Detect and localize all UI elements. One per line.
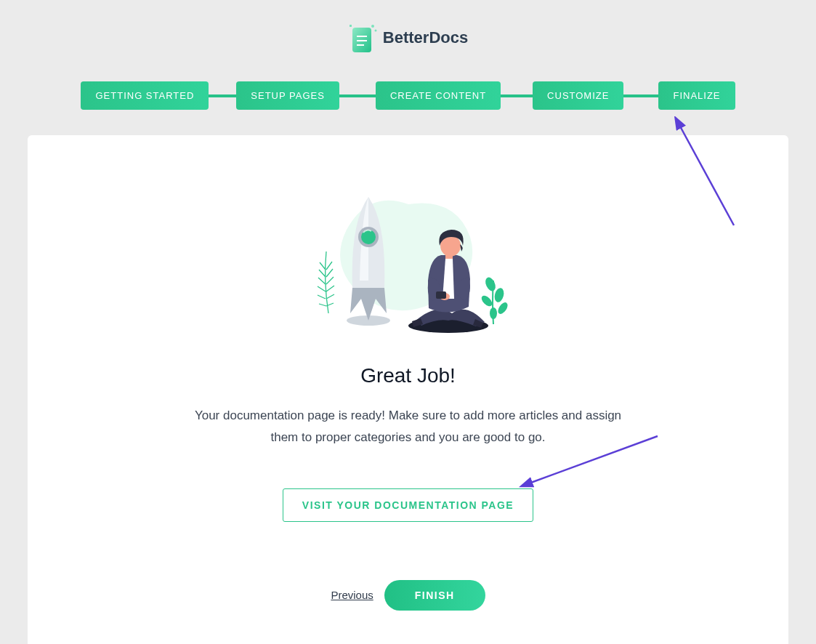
step-finalize[interactable]: FINALIZE xyxy=(658,81,735,110)
step-getting-started[interactable]: GETTING STARTED xyxy=(81,81,209,110)
finish-button[interactable]: FINISH xyxy=(384,580,485,611)
success-illustration xyxy=(57,179,759,335)
svg-rect-17 xyxy=(436,291,446,299)
brand-logo: BetterDocs xyxy=(0,22,816,60)
brand-name: BetterDocs xyxy=(383,28,468,47)
svg-point-5 xyxy=(374,30,376,32)
svg-rect-6 xyxy=(350,25,352,27)
svg-point-10 xyxy=(483,275,497,292)
svg-point-12 xyxy=(480,294,494,308)
betterdocs-logo-icon xyxy=(348,22,376,54)
success-subtitle: Your documentation page is ready! Make s… xyxy=(190,405,626,448)
svg-point-4 xyxy=(371,25,374,28)
svg-point-11 xyxy=(493,287,505,303)
previous-link[interactable]: Previous xyxy=(331,589,373,601)
visit-documentation-button[interactable]: VISIT YOUR DOCUMENTATION PAGE xyxy=(283,488,533,522)
svg-point-13 xyxy=(496,301,509,315)
step-setup-pages[interactable]: SETUP PAGES xyxy=(236,81,339,110)
step-customize[interactable]: CUSTOMIZE xyxy=(533,81,623,110)
step-create-content[interactable]: CREATE CONTENT xyxy=(376,81,501,110)
success-title: Great Job! xyxy=(57,364,759,387)
wizard-card: Great Job! Your documentation page is re… xyxy=(28,135,788,644)
setup-wizard-steps: GETTING STARTED SETUP PAGES CREATE CONTE… xyxy=(0,81,816,110)
